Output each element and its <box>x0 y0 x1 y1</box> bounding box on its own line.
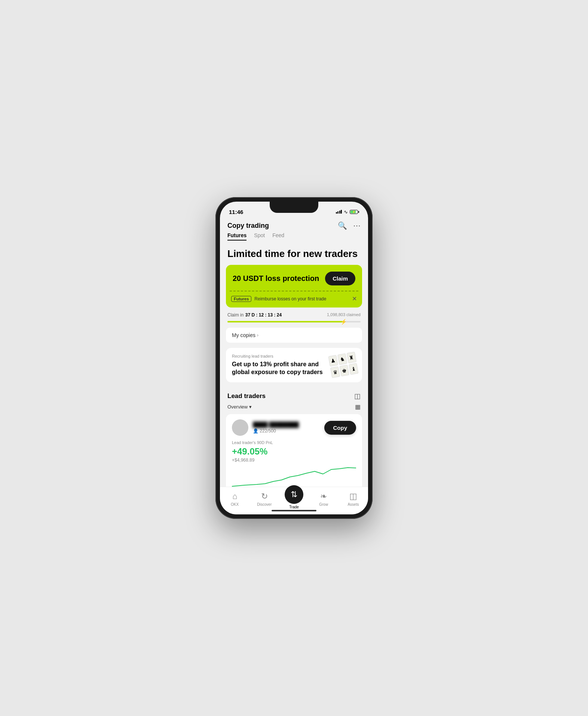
trade-center-button[interactable]: ⇅ <box>285 485 303 504</box>
my-copies-link[interactable]: My copies › <box>226 328 362 343</box>
assets-icon: ◫ <box>349 492 357 501</box>
overview-button[interactable]: Overview ▾ <box>227 404 252 410</box>
main-content: Limited time for new traders 20 USDT los… <box>220 244 368 487</box>
timer-left: Claim in 37 D : 12 : 13 : 24 <box>227 311 282 318</box>
overview-row: Overview ▾ ▦ <box>220 403 368 414</box>
trader-card: ████ ████████ 👤 222/500 Copy Lead trader… <box>226 414 362 487</box>
lightning-icon: ⚡ <box>340 319 347 325</box>
promo-bottom: Futures Reimburse losses on your first t… <box>226 291 362 307</box>
recruiting-illustration: ♟ ♞ ♜ ♛ ♚ ♝ <box>330 354 356 376</box>
nav-label-discover: Discover <box>257 502 272 507</box>
futures-badge: Futures <box>231 296 251 302</box>
section-title: Lead traders <box>227 392 266 400</box>
progress-bar-section: ⚡ <box>220 319 368 328</box>
trader-header: ████ ████████ 👤 222/500 Copy <box>232 419 356 436</box>
close-promo-icon[interactable]: ✕ <box>352 295 357 302</box>
header-actions: 🔍 ⋯ <box>338 221 361 230</box>
claim-button[interactable]: Claim <box>325 272 355 285</box>
promo-banner: 20 USDT loss protection Claim Futures Re… <box>226 265 362 307</box>
promo-top: 20 USDT loss protection Claim <box>226 265 362 291</box>
claim-timer: Claim in 37 D : 12 : 13 : 24 1,098,803 c… <box>220 307 368 319</box>
nav-item-grow[interactable]: ❧ Grow <box>309 492 339 507</box>
notch <box>270 202 318 213</box>
progress-fill: ⚡ <box>227 321 344 322</box>
pnl-label: Lead trader's 90D PnL <box>232 440 356 445</box>
home-indicator <box>272 510 316 511</box>
my-copies-label: My copies <box>232 332 255 338</box>
tab-spot[interactable]: Spot <box>254 232 265 241</box>
phone-frame: 11:46 ∿ ⚡ Copy tra <box>215 197 373 519</box>
discover-icon: ↻ <box>261 492 268 501</box>
page-title: Copy trading <box>227 222 269 230</box>
trade-icon: ⇅ <box>291 490 297 499</box>
phone-screen: 11:46 ∿ ⚡ Copy tra <box>220 202 368 514</box>
claimed-count: 1,098,803 claimed <box>327 312 361 317</box>
home-icon: ⌂ <box>232 492 237 501</box>
chevron-down-icon: ▾ <box>249 404 252 410</box>
wifi-icon: ∿ <box>344 209 348 215</box>
promo-details: Futures Reimburse losses on your first t… <box>231 296 326 302</box>
tabs-bar: Futures Spot Feed <box>220 232 368 244</box>
avatar <box>232 419 248 436</box>
recruiting-label: Recruiting lead traders <box>232 354 326 358</box>
claim-in-label: Claim in <box>227 312 244 318</box>
chart-svg <box>232 466 356 487</box>
tab-futures[interactable]: Futures <box>227 232 246 241</box>
trader-details: ████ ████████ 👤 222/500 <box>253 422 299 434</box>
copy-button[interactable]: Copy <box>324 421 356 435</box>
filter-icon[interactable]: ▦ <box>355 403 361 410</box>
promo-subtitle: Reimburse losses on your first trade <box>254 296 326 302</box>
recruiting-section: Recruiting lead traders Get up to 13% pr… <box>226 348 362 382</box>
chess-cards-icon: ♟ ♞ ♜ ♛ ♚ ♝ <box>328 352 358 378</box>
recruiting-text: Get up to 13% profit share and global ex… <box>232 361 326 376</box>
my-copies-arrow: › <box>257 333 258 338</box>
overview-label: Overview <box>227 404 248 410</box>
pnl-value: +49.05% <box>232 446 356 457</box>
status-time: 11:46 <box>229 209 243 215</box>
more-icon[interactable]: ⋯ <box>353 221 361 230</box>
header: Copy trading 🔍 ⋯ <box>220 218 368 232</box>
timer-value: 37 D : 12 : 13 : 24 <box>245 312 282 318</box>
nav-label-assets: Assets <box>347 502 359 507</box>
hero-heading: Limited time for new traders <box>220 244 368 265</box>
trader-info: ████ ████████ 👤 222/500 <box>232 419 299 436</box>
trader-name: ████ ████████ <box>253 422 299 428</box>
nav-item-assets[interactable]: ◫ Assets <box>339 492 368 507</box>
recruiting-content: Recruiting lead traders Get up to 13% pr… <box>232 354 326 376</box>
tab-feed[interactable]: Feed <box>272 232 284 241</box>
trader-followers: 👤 222/500 <box>253 428 299 434</box>
nav-label-grow: Grow <box>319 502 328 507</box>
mini-chart <box>232 466 356 487</box>
promo-text: 20 USDT loss protection <box>233 274 325 283</box>
battery-icon: ⚡ <box>350 210 359 214</box>
nav-label-trade: Trade <box>289 505 299 509</box>
search-icon[interactable]: 🔍 <box>338 221 347 230</box>
status-icons: ∿ ⚡ <box>336 209 359 215</box>
pnl-usd: +$4,968.89 <box>232 458 356 463</box>
nav-item-okx[interactable]: ⌂ OKX <box>220 492 249 507</box>
nav-item-discover[interactable]: ↻ Discover <box>249 492 279 507</box>
signal-icon <box>336 210 342 214</box>
progress-track: ⚡ <box>227 321 361 322</box>
section-grid-icon[interactable]: ◫ <box>354 392 361 400</box>
section-header: Lead traders ◫ <box>220 388 368 403</box>
grow-icon: ❧ <box>320 492 327 501</box>
nav-label-okx: OKX <box>231 502 239 507</box>
nav-item-trade[interactable]: ⇅ Trade <box>279 489 309 509</box>
